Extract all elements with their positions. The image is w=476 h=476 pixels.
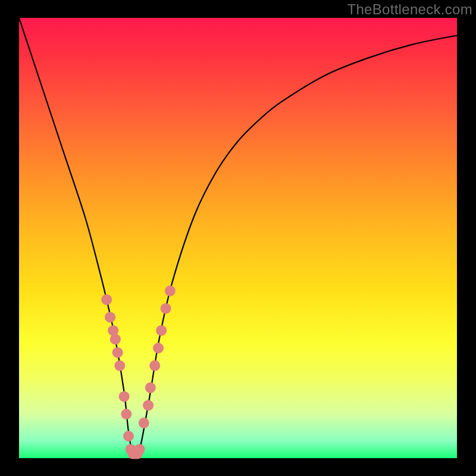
marker-dot xyxy=(101,295,112,305)
marker-dot xyxy=(112,347,123,358)
marker-dot xyxy=(145,383,156,393)
marker-dot xyxy=(165,286,176,296)
marker-dot xyxy=(134,444,145,455)
chart-svg xyxy=(0,0,476,476)
marker-dot xyxy=(121,409,131,419)
marker-dot xyxy=(153,343,164,353)
marker-dot xyxy=(110,334,121,345)
marker-dot xyxy=(161,303,171,314)
marker-dot xyxy=(139,418,149,428)
marker-dot xyxy=(114,361,125,371)
bottleneck-curve xyxy=(19,18,457,456)
curve-layer xyxy=(19,18,457,456)
marker-dot xyxy=(123,431,134,441)
marker-dot xyxy=(105,312,115,322)
marker-dot xyxy=(119,391,130,402)
marker-dot xyxy=(149,361,160,371)
marker-dot xyxy=(143,400,154,411)
marker-points xyxy=(101,286,176,459)
marker-dot xyxy=(156,325,167,336)
